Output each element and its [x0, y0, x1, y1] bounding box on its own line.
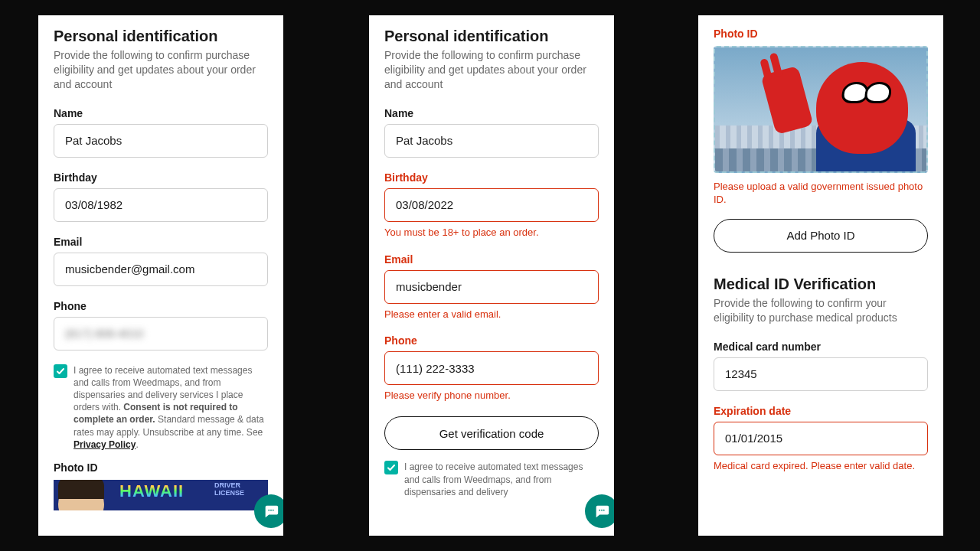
name-label: Name [384, 107, 599, 119]
expiration-input[interactable] [714, 422, 928, 455]
photoid-label: Photo ID [54, 461, 268, 474]
email-input[interactable] [54, 253, 268, 286]
consent-checkbox[interactable] [384, 461, 398, 474]
medical-desc: Provide the following to confirm your el… [714, 296, 928, 325]
chat-icon [593, 503, 610, 520]
medical-card-input[interactable] [714, 357, 928, 391]
photo-id-preview[interactable]: HAWAII DRIVER LICENSE [54, 480, 268, 510]
medical-card-field: Medical card number [714, 341, 928, 391]
phone-field: Phone Please verify phone number. [384, 334, 599, 403]
svg-point-4 [601, 510, 603, 511]
svg-point-0 [268, 510, 270, 511]
expiration-error: Medical card expired. Please enter valid… [714, 460, 928, 473]
photoid-label: Photo ID [714, 28, 928, 40]
phone-label: Phone [384, 334, 599, 347]
check-icon [56, 367, 65, 376]
name-input[interactable] [384, 124, 599, 158]
phone-input[interactable] [384, 351, 599, 385]
phone-blurred-value: (817) 808-4010 [65, 327, 144, 340]
consent-text: I agree to receive automated text messag… [404, 461, 599, 498]
birthday-input[interactable] [384, 188, 599, 222]
email-label: Email [384, 253, 599, 266]
email-input[interactable] [384, 270, 599, 304]
phone-field: Phone (817) 808-4010 [54, 300, 268, 350]
panel-personal-id-valid: Personal identification Provide the foll… [38, 15, 283, 536]
email-error: Please enter a valid email. [384, 308, 599, 321]
expiration-field: Expiration date Medical card expired. Pl… [714, 405, 928, 473]
medical-card-label: Medical card number [714, 341, 928, 353]
section-desc: Provide the following to confirm purchas… [384, 48, 599, 92]
add-photo-id-button[interactable]: Add Photo ID [714, 219, 928, 253]
section-title: Personal identification [54, 28, 268, 45]
birthday-field: Birthday You must be 18+ to place an ord… [384, 171, 599, 240]
name-input[interactable] [54, 124, 268, 158]
birthday-label: Birthday [384, 171, 599, 184]
name-label: Name [54, 107, 268, 119]
email-label: Email [54, 236, 268, 248]
consent-checkbox[interactable] [54, 364, 67, 378]
section-desc: Provide the following to confirm purchas… [54, 48, 268, 92]
phone-input[interactable]: (817) 808-4010 [54, 317, 268, 350]
license-state-text: HAWAII [119, 481, 184, 501]
birthday-error: You must be 18+ to place an order. [384, 227, 599, 240]
panel-personal-id-errors: Personal identification Provide the foll… [369, 15, 614, 536]
birthday-input[interactable] [54, 188, 268, 222]
privacy-policy-link[interactable]: Privacy Policy [74, 439, 136, 450]
email-field: Email [54, 236, 268, 286]
svg-point-1 [270, 510, 272, 511]
expiration-label: Expiration date [714, 405, 928, 417]
consent-row: I agree to receive automated text messag… [54, 364, 268, 451]
medical-title: Medical ID Verification [714, 276, 928, 293]
chat-icon [263, 503, 279, 520]
panel-photo-medical: Photo ID Please upload a valid governmen… [698, 15, 943, 536]
consent-text: I agree to receive automated text messag… [74, 364, 268, 451]
name-field: Name [384, 107, 599, 158]
svg-point-5 [603, 510, 605, 511]
svg-point-2 [273, 510, 274, 511]
get-verification-code-button[interactable]: Get verification code [384, 416, 599, 450]
photo-id-image[interactable] [714, 46, 928, 173]
consent-row: I agree to receive automated text messag… [384, 461, 599, 498]
svg-point-3 [599, 510, 600, 511]
chat-fab[interactable] [585, 494, 614, 528]
photoid-error: Please upload a valid government issued … [714, 181, 928, 207]
chat-fab[interactable] [254, 494, 283, 528]
birthday-field: Birthday [54, 171, 268, 222]
phone-label: Phone [54, 300, 268, 312]
email-field: Email Please enter a valid email. [384, 253, 599, 321]
check-icon [387, 463, 396, 472]
name-field: Name [54, 107, 268, 158]
phone-error: Please verify phone number. [384, 390, 599, 403]
license-type-text: DRIVER LICENSE [214, 482, 268, 497]
section-title: Personal identification [384, 28, 599, 45]
birthday-label: Birthday [54, 171, 268, 184]
